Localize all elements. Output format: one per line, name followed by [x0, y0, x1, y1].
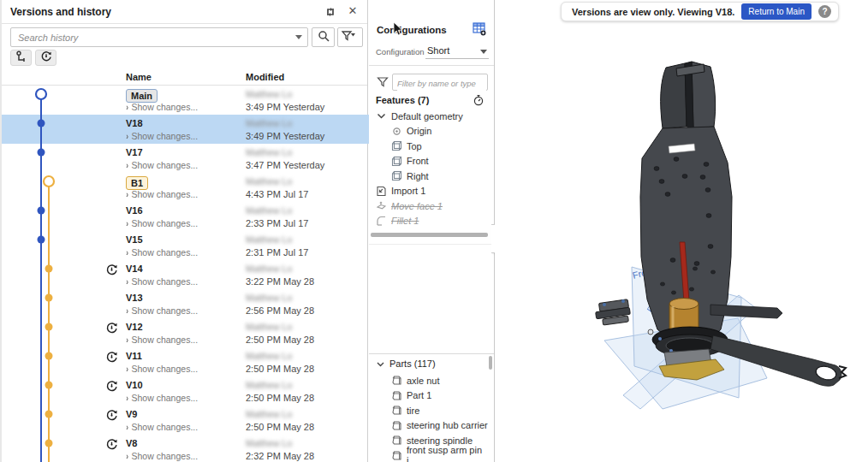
show-changes-link[interactable]: ›Show changes... [126, 364, 198, 374]
expand-chevron-icon: › [126, 450, 128, 461]
expand-chevron-icon: › [126, 363, 128, 374]
configuration-select[interactable]: Short [425, 44, 489, 59]
moveface-icon [376, 200, 387, 211]
feature-label: Move face 1 [391, 201, 443, 211]
help-icon[interactable]: ? [818, 5, 831, 18]
stopwatch-icon[interactable] [473, 94, 485, 106]
part-item-tire[interactable]: tire [369, 403, 494, 418]
part-item-front-susp-arm-pin-i-[interactable]: front susp arm pin i... [369, 448, 494, 462]
feature-filter-icon[interactable] [377, 76, 389, 88]
version-row-v9[interactable]: V9›Show changes...Matthew Lo2:50 PM May … [2, 406, 370, 435]
part-icon [391, 450, 402, 461]
feature-item-fillet-1[interactable]: Fillet 1 [369, 214, 494, 229]
show-changes-link[interactable]: ›Show changes... [126, 422, 198, 432]
feature-item-import-1[interactable]: Import 1 [369, 184, 494, 199]
modified-time: 2:50 PM May 28 [246, 364, 314, 374]
version-row-v17[interactable]: V17›Show changes...Matthew Lo3:47 PM Yes… [2, 144, 370, 173]
part-icon [391, 375, 402, 386]
feature-filter-box[interactable] [392, 74, 488, 91]
show-changes-link[interactable]: ›Show changes... [126, 131, 198, 141]
part-label: front susp arm pin i... [407, 445, 494, 462]
steering-knuckle[interactable] [596, 299, 631, 325]
show-changes-link[interactable]: ›Show changes... [126, 218, 198, 228]
show-changes-link[interactable]: ›Show changes... [126, 451, 198, 461]
modified-time: 4:43 PM Jul 17 [246, 189, 308, 199]
show-changes-link[interactable]: ›Show changes... [126, 102, 198, 112]
version-row-v14[interactable]: V14›Show changes...Matthew Lo3:22 PM May… [2, 260, 370, 289]
configurations-table-icon[interactable] [473, 22, 486, 36]
part-item-part-1[interactable]: Part 1 [369, 388, 494, 404]
version-row-v11[interactable]: V11›Show changes...Matthew Lo2:50 PM May… [2, 347, 370, 376]
feature-label: Front [407, 156, 429, 166]
part-item-axle-nut[interactable]: axle nut [369, 373, 494, 388]
branch-view-toggle[interactable] [10, 50, 32, 66]
search-input[interactable] [18, 28, 292, 46]
version-row-b1[interactable]: B1›Show changes...Matthew Lo4:43 PM Jul … [2, 173, 370, 202]
versions-history-panel: Versions and history ✕ [0, 0, 368, 462]
version-row-v8[interactable]: V8›Show changes...Matthew Lo2:32 PM May … [2, 435, 370, 462]
version-row-main[interactable]: Main›Show changes...Matthew Lo3:49 PM Ye… [2, 86, 370, 115]
expand-chevron-icon: › [126, 159, 128, 170]
close-icon[interactable]: ✕ [345, 3, 360, 19]
parts-scrollbar-thumb[interactable] [489, 356, 492, 370]
expand-chevron-icon: › [126, 101, 128, 112]
filter-icon [342, 30, 359, 45]
part-label: tire [407, 406, 419, 416]
chevron-down-icon [480, 50, 487, 54]
search-button[interactable] [312, 27, 335, 47]
search-dropdown-caret-icon[interactable] [295, 35, 302, 39]
modified-time: 2:33 PM Jul 17 [246, 218, 308, 228]
version-name: V12 [126, 322, 143, 332]
show-changes-link[interactable]: ›Show changes... [126, 335, 198, 345]
chevron-down-icon [376, 359, 385, 369]
rollback-bar[interactable] [371, 233, 488, 237]
versions-only-toggle[interactable] [35, 50, 56, 66]
version-row-v12[interactable]: V12›Show changes...Matthew Lo2:50 PM May… [2, 318, 370, 347]
search-combobox[interactable] [10, 27, 308, 47]
feature-item-front[interactable]: Front [369, 154, 494, 169]
modified-time: 2:31 PM Jul 17 [246, 247, 308, 258]
expand-chevron-icon: › [126, 334, 128, 345]
feature-item-top[interactable]: Top [369, 139, 494, 154]
version-row-v10[interactable]: V10›Show changes...Matthew Lo2:50 PM May… [2, 376, 370, 406]
main-badge[interactable]: Main [126, 89, 158, 103]
show-changes-link[interactable]: ›Show changes... [126, 189, 198, 199]
show-changes-link[interactable]: ›Show changes... [126, 160, 198, 170]
feature-filter-input[interactable] [397, 76, 486, 92]
version-name: V9 [126, 409, 137, 419]
show-changes-link[interactable]: ›Show changes... [126, 393, 198, 403]
version-name: Main [126, 89, 158, 103]
filter-button[interactable] [337, 27, 363, 47]
modified-author: Matthew Lo [246, 176, 292, 187]
version-row-v18[interactable]: V18›Show changes...Matthew Lo3:49 PM Yes… [2, 115, 370, 144]
model-viewport[interactable]: Front Right [495, 0, 868, 462]
restore-icon[interactable] [323, 4, 338, 20]
feature-item-default-geometry[interactable]: Default geometry [369, 109, 494, 124]
modified-time: 3:47 PM Yesterday [246, 160, 324, 170]
branch-badge[interactable]: B1 [126, 176, 148, 190]
version-row-v13[interactable]: V13›Show changes...Matthew Lo2:56 PM May… [2, 289, 370, 318]
parts-header[interactable]: Parts (117) [376, 358, 436, 369]
feature-item-origin[interactable]: Origin [369, 124, 494, 139]
feature-label: Top [407, 141, 422, 151]
modified-author: Matthew Lo [246, 264, 292, 274]
show-changes-link[interactable]: ›Show changes... [126, 276, 198, 287]
history-view-toggles [10, 50, 56, 66]
feature-item-move-face-1[interactable]: Move face 1 [369, 198, 494, 214]
features-header: Features (7) [376, 95, 429, 105]
modified-time: 3:49 PM Yesterday [246, 102, 324, 112]
part-label: steering hub carrier [407, 420, 488, 430]
version-row-v15[interactable]: V15›Show changes...Matthew Lo2:31 PM Jul… [2, 231, 370, 260]
column-header-name: Name [126, 72, 152, 82]
version-row-v16[interactable]: V16›Show changes...Matthew Lo2:33 PM Jul… [2, 202, 370, 231]
return-to-main-button[interactable]: Return to Main [741, 3, 812, 20]
version-name: V14 [126, 264, 143, 274]
feature-item-right[interactable]: Right [369, 169, 494, 184]
show-changes-link[interactable]: ›Show changes... [126, 305, 198, 316]
expand-chevron-icon: › [126, 392, 128, 403]
modified-time: 2:50 PM May 28 [246, 393, 314, 403]
version-clock-icon [105, 438, 118, 451]
show-changes-link[interactable]: ›Show changes... [126, 247, 198, 258]
part-item-steering-hub-carrier[interactable]: steering hub carrier [369, 418, 494, 434]
chassis-bumper[interactable] [661, 62, 716, 128]
